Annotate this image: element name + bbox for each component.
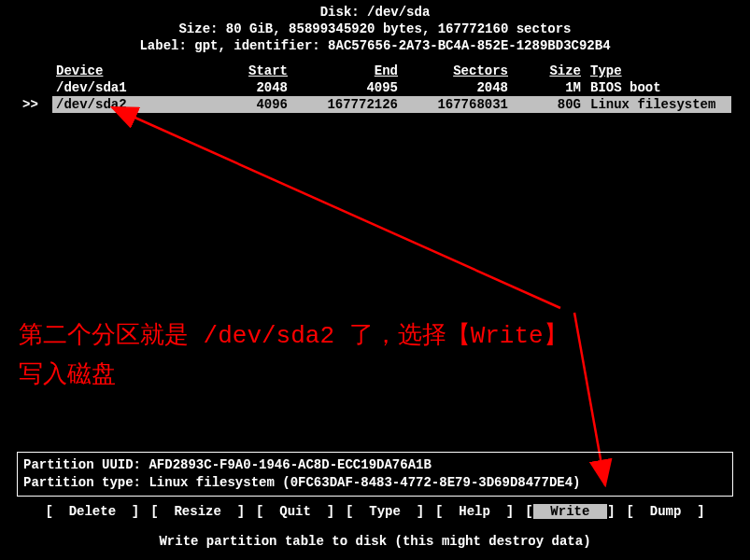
row-selector <box>19 79 52 96</box>
cell-device: /dev/sda2 <box>52 96 191 113</box>
cell-type: BIOS boot <box>585 79 731 96</box>
cell-end: 4095 <box>291 79 402 96</box>
partition-table: Device Start End Sectors Size Type /dev/… <box>0 63 750 113</box>
col-start: Start <box>191 63 291 79</box>
disk-header: Disk: /dev/sda Size: 80 GiB, 85899345920… <box>0 0 750 55</box>
annotation-text: 第二个分区就是 /dev/sda2 了，选择【Write】 写入磁盘 <box>19 317 568 395</box>
cell-sectors: 2048 <box>402 79 512 96</box>
partition-type: Partition type: Linux filesystem (0FC63D… <box>23 474 727 492</box>
svg-line-1 <box>112 107 560 308</box>
footer-hint: Write partition table to disk (this migh… <box>0 534 750 549</box>
cell-size: 1M <box>512 79 585 96</box>
partition-info-box: Partition UUID: AFD2893C-F9A0-1946-AC8D-… <box>17 452 733 497</box>
cell-type: Linux filesystem <box>585 96 731 113</box>
size-line: Size: 80 GiB, 85899345920 bytes, 1677721… <box>0 21 750 37</box>
col-end: End <box>291 63 402 79</box>
action-menu: [ Delete ][ Resize ][ Quit ][ Type ][ He… <box>0 504 750 519</box>
col-device: Device <box>52 63 191 79</box>
cell-size: 80G <box>512 96 585 113</box>
table-header-row: Device Start End Sectors Size Type <box>19 63 731 79</box>
cell-end: 167772126 <box>291 96 402 113</box>
menu-write[interactable]: [ Write ] <box>525 504 615 519</box>
menu-help[interactable]: [ Help ] <box>435 504 514 519</box>
table-row[interactable]: /dev/sda12048409520481MBIOS boot <box>19 79 731 96</box>
menu-type[interactable]: [ Type ] <box>346 504 424 519</box>
menu-quit[interactable]: [ Quit ] <box>256 504 334 519</box>
col-sectors: Sectors <box>402 63 512 79</box>
cell-start: 2048 <box>191 79 291 96</box>
label-line: Label: gpt, identifier: 8AC57656-2A73-BC… <box>0 37 750 54</box>
menu-resize[interactable]: [ Resize ] <box>150 504 245 519</box>
col-type: Type <box>585 63 731 79</box>
partition-uuid: Partition UUID: AFD2893C-F9A0-1946-AC8D-… <box>23 456 727 474</box>
menu-dump[interactable]: [ Dump ] <box>627 504 705 519</box>
col-size: Size <box>512 63 585 79</box>
cell-device: /dev/sda1 <box>52 79 191 96</box>
cell-sectors: 167768031 <box>402 96 512 113</box>
disk-line: Disk: /dev/sda <box>0 4 750 21</box>
menu-delete[interactable]: [ Delete ] <box>45 504 139 519</box>
table-row[interactable]: >>/dev/sda2409616777212616776803180GLinu… <box>19 96 731 113</box>
row-selector: >> <box>19 96 52 113</box>
cell-start: 4096 <box>191 96 291 113</box>
